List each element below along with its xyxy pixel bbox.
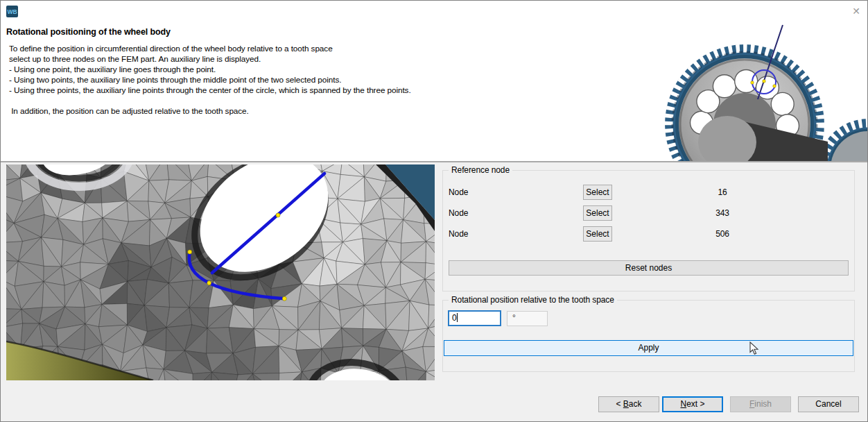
description-line: - Using one point, the auxiliary line go… <box>9 65 411 75</box>
page-title: Rotational positioning of the wheel body <box>6 27 171 37</box>
description-line: To define the position in circumferentia… <box>9 44 411 54</box>
description-line: - Using three points, the auxiliary line… <box>9 85 411 96</box>
cancel-button[interactable]: Cancel <box>798 396 859 412</box>
app-icon: WB <box>6 6 18 17</box>
dialog-window: WB ✕ Rotational positioning of the wheel… <box>0 0 868 422</box>
finish-button[interactable]: Finish <box>730 396 791 412</box>
description-line <box>9 96 411 106</box>
rotational-position-group: Rotational position relative to the toot… <box>442 300 855 372</box>
node-value: 343 <box>689 205 756 221</box>
reference-node-group: Reference node Node Select 16 Node Selec… <box>442 170 855 292</box>
node-label: Node <box>449 205 468 221</box>
node-row: Node Select 506 <box>443 226 854 242</box>
unit-field: ° <box>507 311 548 326</box>
node-row: Node Select 16 <box>443 185 854 200</box>
apply-button[interactable]: Apply <box>444 340 853 356</box>
description-line: - Using two points, the auxiliary line p… <box>9 75 411 85</box>
next-button[interactable]: Next > <box>662 396 723 412</box>
node-label: Node <box>449 226 468 242</box>
text-caret <box>457 313 458 322</box>
back-button[interactable]: < Back <box>598 396 659 412</box>
group-label: Rotational position relative to the toot… <box>449 295 617 305</box>
description-line: select up to three nodes on the FEM part… <box>9 54 411 65</box>
select-node-button[interactable]: Select <box>583 185 612 200</box>
description-text: To define the position in circumferentia… <box>9 44 411 117</box>
description-section: WB ✕ Rotational positioning of the wheel… <box>1 1 867 161</box>
group-label: Reference node <box>449 165 512 176</box>
node-row: Node Select 343 <box>443 205 854 221</box>
reset-nodes-button[interactable]: Reset nodes <box>449 260 849 276</box>
gear-illustration <box>665 15 867 162</box>
top-separator <box>1 161 867 162</box>
description-line: In addition, the position can be adjuste… <box>9 106 411 117</box>
fem-mesh-viewport[interactable] <box>6 164 435 380</box>
node-label: Node <box>449 185 468 200</box>
node-value: 506 <box>689 226 756 242</box>
angle-input[interactable]: 0 <box>448 310 501 326</box>
select-node-button[interactable]: Select <box>583 205 612 221</box>
node-value: 16 <box>689 185 756 200</box>
select-node-button[interactable]: Select <box>583 226 612 242</box>
